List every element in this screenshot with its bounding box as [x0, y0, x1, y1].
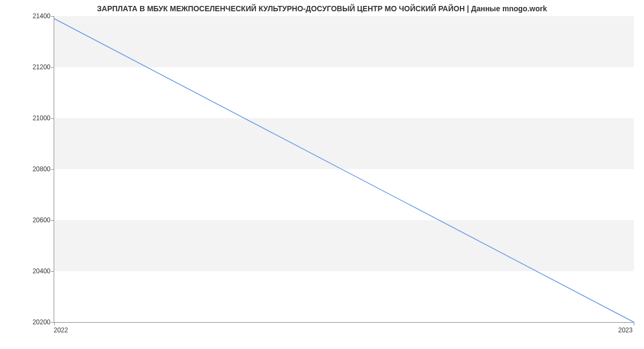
ytick-label: 20200 — [8, 318, 50, 326]
ytick-label: 20600 — [8, 216, 50, 224]
xtick-label: 2023 — [618, 326, 633, 334]
ytick-mark — [51, 16, 54, 17]
xtick-label: 2022 — [54, 326, 68, 334]
ytick-label: 20800 — [8, 165, 50, 173]
line-layer — [54, 16, 634, 322]
xtick-mark — [634, 322, 634, 325]
ytick-label: 21200 — [8, 63, 50, 71]
ytick-mark — [51, 67, 54, 68]
chart-container: ЗАРПЛАТА В МБУК МЕЖПОСЕЛЕНЧЕСКИЙ КУЛЬТУР… — [0, 0, 644, 349]
ytick-label: 21400 — [8, 12, 50, 20]
ytick-mark — [51, 220, 54, 221]
ytick-label: 20400 — [8, 267, 50, 275]
ytick-mark — [51, 271, 54, 272]
data-line — [54, 19, 634, 322]
ytick-label: 21000 — [8, 114, 50, 122]
plot-area — [54, 16, 634, 323]
ytick-mark — [51, 118, 54, 119]
chart-title: ЗАРПЛАТА В МБУК МЕЖПОСЕЛЕНЧЕСКИЙ КУЛЬТУР… — [0, 4, 644, 13]
xtick-mark — [54, 322, 55, 325]
ytick-mark — [51, 169, 54, 170]
